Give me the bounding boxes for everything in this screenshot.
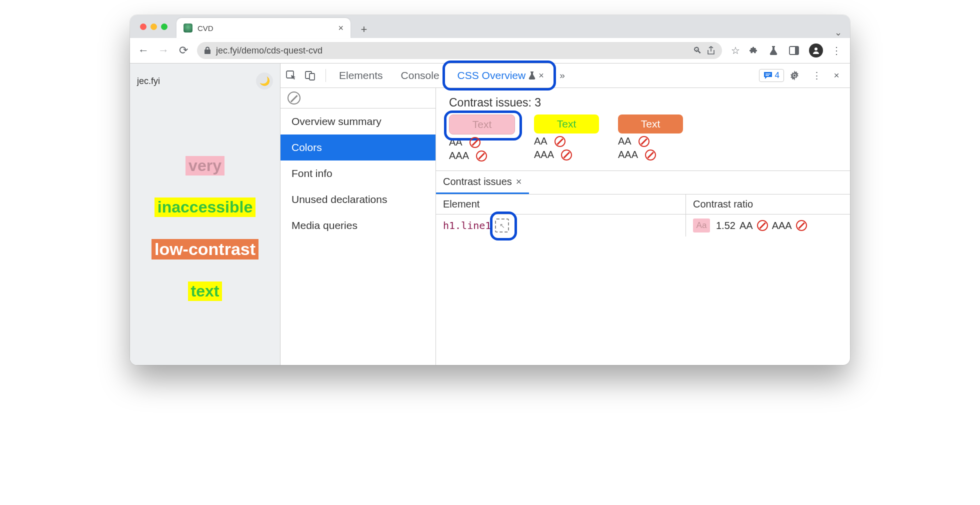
cell-element: h1.line1 ↖ — [436, 214, 686, 236]
device-toolbar-icon[interactable] — [304, 70, 320, 81]
dark-mode-toggle[interactable]: 🌙 — [256, 72, 273, 90]
close-window-icon[interactable] — [140, 24, 146, 30]
fail-icon — [554, 136, 566, 147]
messages-badge[interactable]: 4 — [759, 69, 784, 82]
kebab-menu-icon[interactable]: ⋮ — [830, 44, 843, 56]
tab-css-overview[interactable]: CSS Overview × — [450, 64, 551, 88]
toolbar: ← → ⟳ jec.fyi/demo/cds-quest-cvd 🔍︎ ☆ ⋮ — [130, 38, 850, 64]
labs-icon[interactable] — [769, 46, 782, 56]
close-tab-icon[interactable]: × — [538, 70, 544, 81]
site-label: jec.fyi — [137, 76, 160, 86]
contrast-issues-section: Contrast issues: 3 Text AA AAA Text AA — [436, 88, 850, 166]
maximize-window-icon[interactable] — [161, 24, 168, 30]
page-body: very inaccessible low-contrast text — [130, 92, 280, 365]
browser-window: CVD × + ⌄ ← → ⟳ jec.fyi/demo/cds-quest-c… — [130, 15, 850, 365]
devtools-panel: Elements Console CSS Overview × » 4 — [280, 64, 850, 365]
rating-aaa: AAA — [534, 149, 599, 160]
ratio-value: 1.52 — [716, 220, 736, 232]
aa-label: AA — [740, 220, 753, 232]
rating-aaa: AAA — [618, 149, 683, 160]
contrast-swatch-2[interactable]: Text AA AAA — [534, 114, 599, 162]
fail-icon — [476, 150, 487, 162]
aaa-label: AAA — [772, 220, 792, 232]
sidebar-item-overview-summary[interactable]: Overview summary — [280, 108, 436, 134]
extensions-icon[interactable] — [749, 46, 762, 56]
fail-icon — [645, 150, 656, 160]
profile-icon[interactable] — [809, 44, 823, 58]
forward-button[interactable]: → — [157, 44, 170, 57]
css-overview-main: Contrast issues: 3 Text AA AAA Text AA — [436, 88, 850, 365]
tab-title: CVD — [198, 24, 214, 32]
tabs-overflow-icon[interactable]: ⌄ — [834, 27, 842, 38]
cell-contrast-ratio: Aa 1.52 AA AAA — [686, 214, 850, 236]
settings-icon[interactable] — [789, 70, 804, 81]
sample-text-3: low-contrast — [152, 239, 258, 260]
svg-rect-1 — [795, 46, 798, 54]
color-chip: Aa — [693, 218, 710, 232]
flask-icon — [528, 72, 536, 80]
browser-tab[interactable]: CVD × — [176, 18, 350, 38]
devtools-right-controls: 4 ⋮ × — [759, 69, 850, 82]
svg-point-2 — [814, 48, 818, 50]
col-element: Element — [436, 194, 686, 214]
sample-text-1: very — [186, 156, 224, 176]
window-controls — [136, 15, 172, 38]
more-tabs-icon[interactable]: » — [555, 70, 570, 81]
fail-icon — [638, 136, 650, 147]
contrast-issues-tab[interactable]: Contrast issues × — [436, 171, 529, 194]
contrast-table-row[interactable]: h1.line1 ↖ Aa 1.52 AA AAA — [436, 214, 850, 236]
swatch-box: Text — [618, 114, 683, 134]
sample-text-2: inaccessible — [154, 198, 256, 217]
swatch-box: Text — [449, 114, 515, 134]
url-text: jec.fyi/demo/cds-quest-cvd — [216, 46, 322, 56]
clear-icon[interactable] — [288, 92, 300, 104]
sidebar-item-unused-declarations[interactable]: Unused declarations — [280, 186, 436, 212]
contrast-swatch-1[interactable]: Text AA AAA — [449, 114, 515, 162]
tab-strip: CVD × + ⌄ — [130, 15, 850, 38]
page-header: jec.fyi 🌙 — [130, 64, 280, 92]
contrast-issues-tabs: Contrast issues × — [436, 170, 850, 194]
content-area: jec.fyi 🌙 very inaccessible low-contrast… — [130, 64, 850, 365]
contrast-swatch-3[interactable]: Text AA AAA — [618, 114, 683, 162]
devtools-body: Overview summary Colors Font info Unused… — [280, 88, 850, 365]
swatch-box: Text — [534, 114, 599, 134]
rating-aa: AA — [534, 136, 599, 147]
kebab-menu-icon[interactable]: ⋮ — [809, 70, 824, 82]
col-contrast-ratio: Contrast ratio — [686, 194, 850, 214]
favicon-icon — [184, 24, 192, 32]
new-tab-button[interactable]: + — [356, 21, 372, 38]
inspect-element-icon[interactable] — [286, 70, 300, 81]
fail-icon — [561, 150, 572, 160]
fail-icon — [470, 137, 480, 148]
scroll-into-view-icon[interactable]: ↖ — [495, 218, 509, 232]
zoom-icon[interactable]: 🔍︎ — [693, 46, 702, 56]
sample-text-4: text — [188, 282, 222, 301]
messages-count: 4 — [775, 70, 780, 80]
separator — [326, 69, 326, 82]
tab-elements[interactable]: Elements — [332, 64, 390, 88]
bookmark-icon[interactable]: ☆ — [729, 44, 742, 56]
reload-button[interactable]: ⟳ — [177, 44, 190, 57]
back-button[interactable]: ← — [137, 44, 150, 57]
minimize-window-icon[interactable] — [150, 24, 157, 30]
sidebar-item-media-queries[interactable]: Media queries — [280, 212, 436, 238]
rating-aa: AA — [618, 136, 683, 147]
sidebar-item-colors[interactable]: Colors — [280, 134, 436, 160]
close-icon[interactable]: × — [516, 176, 522, 188]
contrast-issues-tab-label: Contrast issues — [443, 176, 512, 188]
share-icon[interactable] — [707, 46, 715, 55]
element-selector: h1.line1 — [443, 220, 491, 232]
css-overview-sidebar: Overview summary Colors Font info Unused… — [280, 88, 436, 365]
side-panel-icon[interactable] — [789, 46, 802, 55]
rendered-page: jec.fyi 🌙 very inaccessible low-contrast… — [130, 64, 280, 365]
sidebar-item-font-info[interactable]: Font info — [280, 160, 436, 186]
tab-console[interactable]: Console — [394, 64, 446, 88]
rating-aa: AA — [449, 136, 515, 148]
address-bar[interactable]: jec.fyi/demo/cds-quest-cvd 🔍︎ — [197, 42, 722, 59]
svg-rect-5 — [310, 74, 314, 80]
close-devtools-icon[interactable]: × — [829, 70, 844, 81]
sidebar-top — [280, 88, 436, 108]
fail-icon — [757, 220, 768, 231]
close-tab-icon[interactable]: × — [338, 23, 344, 34]
rating-aaa: AAA — [449, 150, 515, 162]
